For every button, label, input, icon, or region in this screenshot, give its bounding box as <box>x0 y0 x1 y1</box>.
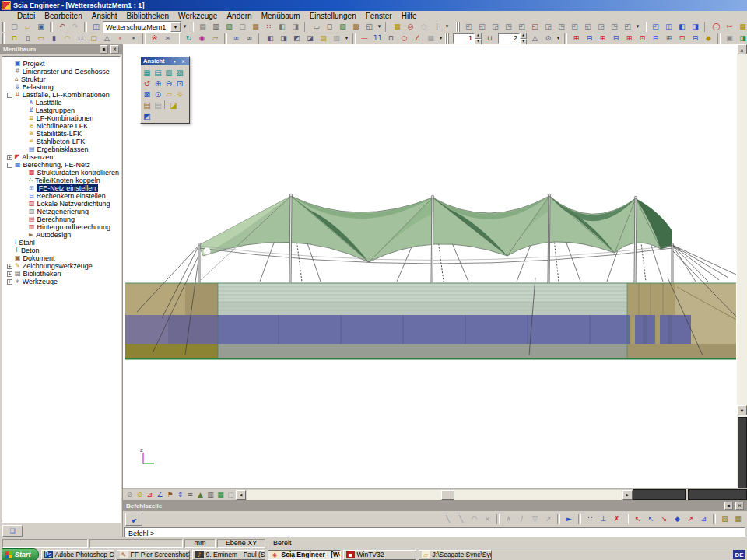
menu-item[interactable]: Werkzeuge <box>174 12 222 20</box>
activity-off-icon[interactable]: ▨ <box>330 33 343 44</box>
view-dropdown[interactable]: ▾ <box>555 33 562 44</box>
project-manager-icon[interactable]: ◫ <box>89 22 103 32</box>
window-layout-icon[interactable]: ◳ <box>555 22 568 32</box>
window-layout-icon[interactable]: ◱ <box>528 22 542 32</box>
print-data-icon[interactable]: ▥ <box>209 22 223 32</box>
toolbar-icon[interactable] <box>456 22 460 32</box>
close-icon[interactable]: × <box>110 45 119 54</box>
generate-image-icon[interactable]: ◪ <box>168 100 179 110</box>
toolbar-icon[interactable] <box>142 33 146 44</box>
visibility-all-icon[interactable]: ∞ <box>230 33 243 44</box>
scroll-right-icon[interactable]: ▶ <box>622 490 633 500</box>
palette-close-icon[interactable]: × <box>180 58 187 65</box>
wall-icon[interactable]: ▮ <box>47 33 61 44</box>
calculator-icon[interactable]: ▦ <box>391 22 404 32</box>
document-icon[interactable]: ▢ <box>236 22 249 32</box>
save-project-icon[interactable]: ▣ <box>34 22 47 32</box>
tree-expand-icon[interactable] <box>21 233 26 238</box>
scale-spinner-1-value[interactable]: 1 <box>453 33 475 44</box>
cursor-snap-icon[interactable]: ► <box>563 514 576 524</box>
terrain-view-icon[interactable]: ▲ <box>195 490 205 500</box>
subsoil-icon[interactable]: ⊞ <box>662 33 675 44</box>
snap-center-icon[interactable]: ◆ <box>671 514 684 524</box>
mesh-refinement-icon[interactable]: ※ <box>148 33 161 44</box>
tree-expand-icon[interactable] <box>7 77 12 82</box>
scale-spinner-2[interactable]: 2 ▲▼ <box>498 33 527 44</box>
scale-spinner-2-value[interactable]: 2 <box>498 33 520 44</box>
pin-icon[interactable]: ▪ <box>100 45 108 54</box>
haunch-icon[interactable]: △ <box>100 33 114 44</box>
window-layout-icon[interactable]: ◱ <box>475 22 489 32</box>
tree-expand-icon[interactable] <box>21 217 26 222</box>
menu-item[interactable]: Einstellungen <box>305 12 361 20</box>
mesh-display-icon[interactable]: ▥ <box>205 490 216 500</box>
tree-item[interactable]: ≊ Stabilitäts-LFK <box>2 130 120 138</box>
task-wintv[interactable]: ▪ WinTV32 <box>343 550 416 560</box>
tree-expand-icon[interactable] <box>21 116 26 121</box>
snap-settings-icon[interactable]: ✗ <box>610 514 623 524</box>
arc-segment-icon[interactable]: ◠ <box>468 514 481 524</box>
tree-expand-icon[interactable] <box>21 209 26 215</box>
tree-item[interactable]: T Beton <box>2 247 120 254</box>
clipping-on-icon[interactable]: ⊘ <box>135 490 145 500</box>
layout-icon[interactable]: ◧ <box>275 22 289 32</box>
angle-input-icon[interactable]: ∧ <box>502 514 515 524</box>
tree-item[interactable]: ▩ Strukturdaten kontrollieren <box>2 169 120 177</box>
tree-expand-icon[interactable] <box>21 194 26 199</box>
toolbar-icon[interactable] <box>717 33 721 44</box>
tree-item[interactable]: ▤ Berechnung <box>2 215 120 223</box>
zoom-selection-icon[interactable]: ⊙ <box>153 89 163 100</box>
tree-item[interactable]: ▣ Projekt <box>2 60 120 68</box>
polyline-segment-icon[interactable]: ╲ <box>454 514 468 524</box>
toolbar-handle[interactable] <box>445 33 449 44</box>
tree-item[interactable]: I Stahl <box>2 239 120 247</box>
pick-cursor-icon[interactable]: ► <box>125 513 142 526</box>
tree-expand-icon[interactable] <box>21 178 26 184</box>
tree-item[interactable]: ≌ Stahlbeton-LFK <box>2 138 120 145</box>
tree-item[interactable]: ▧ Lokale Netzverdichtung <box>2 200 120 208</box>
tree-expand-icon[interactable] <box>21 201 26 207</box>
cascade-icon[interactable]: ◰ <box>649 22 662 32</box>
view-xz-icon[interactable]: ▥ <box>163 67 174 78</box>
tools-dropdown[interactable]: ▾ <box>444 22 451 32</box>
tree-expand-icon[interactable]: - <box>7 93 12 98</box>
tree-item[interactable]: ▨ Netzgenerierung <box>2 208 120 215</box>
angle-icon[interactable]: ∠ <box>411 33 424 44</box>
tree-expand-icon[interactable]: + <box>7 271 12 277</box>
view-xy-icon[interactable]: ▤ <box>153 67 163 78</box>
track-lines-icon[interactable]: ▦ <box>731 514 745 524</box>
zoom-in-icon[interactable]: ⊕ <box>153 78 163 89</box>
tree-item[interactable]: ⊼ Lastfälle <box>2 99 120 107</box>
toolbar-icon[interactable] <box>352 33 356 44</box>
window-layout-icon[interactable]: ◲ <box>542 22 555 32</box>
tree-expand-icon[interactable]: - <box>7 163 12 168</box>
polygon-selection-icon[interactable]: ▱ <box>209 33 222 44</box>
snap-icon[interactable] <box>496 514 500 524</box>
task-winamp[interactable]: ♪ 9. Eminem - Paul (Skit) - ... <box>192 550 265 560</box>
clipboard-icon[interactable]: ▦ <box>249 22 262 32</box>
toolbar-icon[interactable] <box>564 33 567 44</box>
tree-item[interactable]: + ✎ Zeichnungswerkzeuge <box>2 262 120 270</box>
scale-spinner-1[interactable]: 1 ▲▼ <box>453 33 482 44</box>
tree-item[interactable]: + ▤ Bibliotheken <box>2 270 120 278</box>
empty-slot-icon[interactable]: ▢ <box>226 490 236 500</box>
menubaum-tab-icon[interactable]: ❏ <box>2 525 23 537</box>
clip-box-off-icon[interactable]: ▤ <box>153 100 163 110</box>
toolbar-icon[interactable] <box>644 22 647 32</box>
tile-icon[interactable]: ◫ <box>662 22 675 32</box>
toolbar-icon[interactable] <box>224 33 227 44</box>
document-export-icon[interactable]: ▩ <box>349 22 363 32</box>
menu-item[interactable]: Datei <box>12 12 40 20</box>
section-cut-icon[interactable]: ≍ <box>161 33 174 44</box>
palette-icon[interactable] <box>164 100 167 109</box>
open-project-icon[interactable]: ▱ <box>21 22 34 32</box>
ortho-mode-icon[interactable]: ⊥ <box>597 514 610 524</box>
shell-icon[interactable]: ◠ <box>61 33 74 44</box>
toolbar-icon[interactable] <box>385 22 388 32</box>
tree-item[interactable]: ⌂ Struktur <box>2 75 120 83</box>
spin-up-icon[interactable]: ▲ <box>475 33 482 39</box>
snap-endpoint-icon[interactable]: ↖ <box>644 514 658 524</box>
tile-horizontal-icon[interactable]: ◧ <box>675 22 689 32</box>
snap-icon[interactable] <box>578 514 581 524</box>
tree-expand-icon[interactable] <box>21 186 26 191</box>
